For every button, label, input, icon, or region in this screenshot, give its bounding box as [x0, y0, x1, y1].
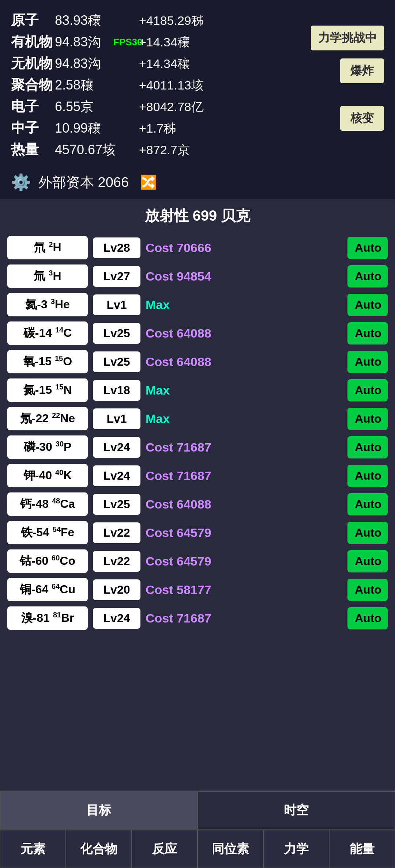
iso-cost-12[interactable]: Cost 58177 — [146, 583, 342, 597]
iso-level-4[interactable]: Lv25 — [93, 351, 140, 372]
iso-level-11[interactable]: Lv22 — [93, 551, 140, 572]
explode-button[interactable]: 爆炸 — [340, 58, 384, 83]
iso-level-8[interactable]: Lv24 — [93, 465, 140, 486]
iso-cost-0[interactable]: Cost 70666 — [146, 241, 342, 255]
iso-auto-btn-5[interactable]: Auto — [347, 379, 388, 401]
iso-auto-btn-11[interactable]: Auto — [347, 550, 388, 572]
iso-name-9[interactable]: 钙-48 48Ca — [7, 492, 88, 516]
iso-cost-4[interactable]: Cost 64088 — [146, 355, 342, 369]
shuffle-icon[interactable]: 🔀 — [140, 174, 157, 190]
iso-auto-btn-2[interactable]: Auto — [347, 294, 388, 316]
iso-name-6[interactable]: 氖-22 22Ne — [7, 407, 88, 430]
nav-row-1: 目标时空 — [0, 791, 395, 829]
iso-cost-10[interactable]: Cost 64579 — [146, 526, 342, 540]
stat-value-5: 10.99穰 — [55, 119, 139, 137]
iso-auto-btn-6[interactable]: Auto — [347, 408, 388, 430]
iso-auto-btn-7[interactable]: Auto — [347, 436, 388, 458]
stat-label-4: 电子 — [11, 97, 55, 116]
stat-value-3: 2.58穰 — [55, 76, 139, 94]
iso-name-4[interactable]: 氧-15 15O — [7, 350, 88, 373]
external-row: ⚙️ 外部资本 2066 🔀 — [0, 169, 395, 199]
iso-cost-11[interactable]: Cost 64579 — [146, 554, 342, 568]
nav-row2-btn-3[interactable]: 同位素 — [198, 830, 263, 868]
isotope-row-9: 钙-48 48Ca Lv25 Cost 64088 Auto — [7, 492, 388, 516]
nav-row2-btn-5[interactable]: 能量 — [329, 830, 395, 868]
iso-cost-5[interactable]: Max — [146, 383, 342, 397]
iso-auto-btn-9[interactable]: Auto — [347, 493, 388, 515]
gear-icon[interactable]: ⚙️ — [11, 173, 31, 192]
iso-name-8[interactable]: 钾-40 40K — [7, 464, 88, 487]
iso-level-10[interactable]: Lv22 — [93, 522, 140, 543]
stat-row-6: 热量 4570.67垓 +872.7京 — [11, 140, 384, 159]
challenge-button[interactable]: 力学挑战中 — [311, 26, 384, 50]
iso-cost-6[interactable]: Max — [146, 412, 342, 426]
stat-value-2: 94.83沟 — [55, 55, 139, 73]
iso-name-3[interactable]: 碳-14 14C — [7, 321, 88, 345]
stat-rate-2: +14.34穰 — [139, 56, 190, 72]
isotope-row-6: 氖-22 22Ne Lv1 Max Auto — [7, 407, 388, 430]
iso-name-10[interactable]: 铁-54 54Fe — [7, 521, 88, 544]
iso-auto-btn-12[interactable]: Auto — [347, 579, 388, 601]
stat-row-2: 无机物 94.83沟 +14.34穰 — [11, 54, 384, 73]
iso-cost-1[interactable]: Cost 94854 — [146, 269, 342, 283]
radioactivity-header: 放射性 699 贝克 — [0, 199, 395, 232]
nav-row1-btn-1[interactable]: 时空 — [198, 791, 395, 829]
iso-cost-7[interactable]: Cost 71687 — [146, 440, 342, 454]
iso-name-2[interactable]: 氦-3 3He — [7, 293, 88, 316]
stat-label-1: 有机物 — [11, 33, 55, 51]
isotope-row-12: 铜-64 64Cu Lv20 Cost 58177 Auto — [7, 578, 388, 601]
nav-row2-btn-2[interactable]: 反应 — [132, 830, 198, 868]
iso-auto-btn-3[interactable]: Auto — [347, 322, 388, 344]
iso-auto-btn-4[interactable]: Auto — [347, 351, 388, 373]
nav-row2-btn-0[interactable]: 元素 — [0, 830, 66, 868]
stat-label-6: 热量 — [11, 140, 55, 159]
stat-label-0: 原子 — [11, 11, 55, 30]
isotope-row-0: 氘 2H Lv28 Cost 70666 Auto — [7, 236, 388, 259]
isotope-row-5: 氮-15 15N Lv18 Max Auto — [7, 378, 388, 402]
iso-auto-btn-0[interactable]: Auto — [347, 237, 388, 259]
nav-row-2: 元素化合物反应同位素力学能量 — [0, 829, 395, 868]
iso-level-13[interactable]: Lv24 — [93, 608, 140, 629]
iso-level-2[interactable]: Lv1 — [93, 294, 140, 315]
iso-level-6[interactable]: Lv1 — [93, 408, 140, 429]
nav-row2-btn-1[interactable]: 化合物 — [66, 830, 132, 868]
nuclear-button[interactable]: 核变 — [340, 106, 384, 131]
isotope-row-2: 氦-3 3He Lv1 Max Auto — [7, 293, 388, 316]
iso-auto-btn-13[interactable]: Auto — [347, 607, 388, 629]
iso-auto-btn-8[interactable]: Auto — [347, 465, 388, 487]
iso-name-7[interactable]: 磷-30 30P — [7, 435, 88, 459]
iso-level-3[interactable]: Lv25 — [93, 323, 140, 344]
iso-cost-13[interactable]: Cost 71687 — [146, 611, 342, 625]
stat-value-6: 4570.67垓 — [55, 141, 139, 159]
iso-name-11[interactable]: 钴-60 60Co — [7, 549, 88, 573]
iso-cost-3[interactable]: Cost 64088 — [146, 326, 342, 340]
nav-row2-btn-4[interactable]: 力学 — [263, 830, 329, 868]
nav-row1-btn-0[interactable]: 目标 — [0, 791, 198, 829]
stat-row-4: 电子 6.55京 +8042.78亿 — [11, 97, 384, 116]
iso-name-0[interactable]: 氘 2H — [7, 236, 88, 259]
stat-row-5: 中子 10.99穰 +1.7秭 — [11, 119, 384, 137]
iso-cost-8[interactable]: Cost 71687 — [146, 469, 342, 483]
iso-level-1[interactable]: Lv27 — [93, 266, 140, 287]
iso-name-1[interactable]: 氚 3H — [7, 264, 88, 288]
iso-auto-btn-1[interactable]: Auto — [347, 265, 388, 288]
iso-name-12[interactable]: 铜-64 64Cu — [7, 578, 88, 601]
iso-level-9[interactable]: Lv25 — [93, 494, 140, 515]
iso-name-13[interactable]: 溴-81 81Br — [7, 606, 88, 630]
iso-name-5[interactable]: 氮-15 15N — [7, 378, 88, 402]
iso-level-7[interactable]: Lv24 — [93, 437, 140, 458]
iso-level-0[interactable]: Lv28 — [93, 237, 140, 258]
stats-panel: 原子 83.93穰 +4185.29秭 有机物 94.83沟 +14.34穰 无… — [0, 0, 395, 169]
stat-value-4: 6.55京 — [55, 98, 139, 116]
iso-level-12[interactable]: Lv20 — [93, 579, 140, 600]
isotope-row-10: 铁-54 54Fe Lv22 Cost 64579 Auto — [7, 521, 388, 544]
iso-cost-9[interactable]: Cost 64088 — [146, 497, 342, 511]
fps-badge: FPS30 — [113, 37, 143, 48]
iso-level-5[interactable]: Lv18 — [93, 380, 140, 401]
isotope-list: 氘 2H Lv28 Cost 70666 Auto 氚 3H Lv27 Cost… — [0, 232, 395, 681]
iso-cost-2[interactable]: Max — [146, 298, 342, 312]
stat-label-5: 中子 — [11, 119, 55, 137]
isotope-row-13: 溴-81 81Br Lv24 Cost 71687 Auto — [7, 606, 388, 630]
isotope-row-8: 钾-40 40K Lv24 Cost 71687 Auto — [7, 464, 388, 487]
iso-auto-btn-10[interactable]: Auto — [347, 522, 388, 544]
